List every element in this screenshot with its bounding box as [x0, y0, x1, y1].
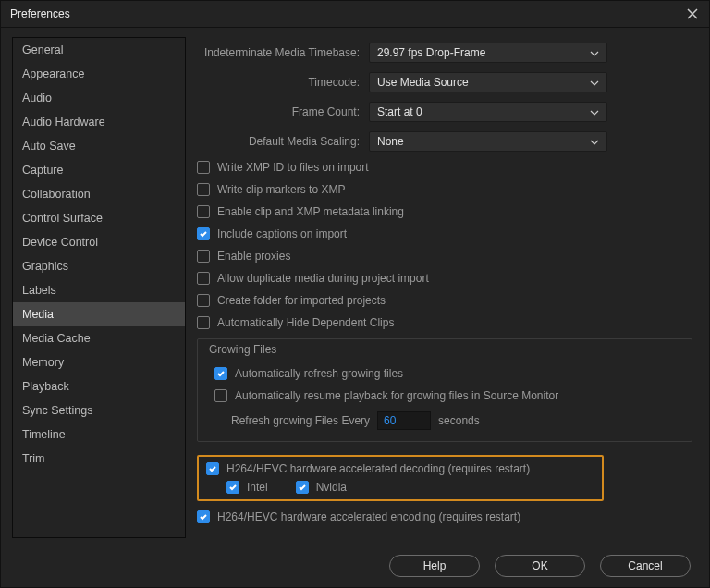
hw-encode-checkbox[interactable]	[197, 510, 210, 523]
close-button[interactable]	[685, 6, 700, 21]
timecode-dropdown[interactable]: Use Media Source	[369, 72, 607, 92]
settings-panel: Indeterminate Media Timebase: 29.97 fps …	[197, 37, 698, 538]
xmp-id-label: Write XMP ID to files on import	[217, 161, 369, 174]
sidebar-item-control-surface[interactable]: Control Surface	[13, 206, 185, 230]
hide-dependent-label: Automatically Hide Dependent Clips	[217, 316, 394, 329]
sidebar-item-graphics[interactable]: Graphics	[13, 254, 185, 278]
scaling-label: Default Media Scaling:	[197, 135, 360, 148]
timecode-label: Timecode:	[197, 76, 360, 89]
refresh-interval-input[interactable]	[377, 411, 431, 430]
timecode-value: Use Media Source	[377, 76, 469, 89]
titlebar: Preferences	[1, 1, 709, 28]
create-folder-label: Create folder for imported projects	[217, 294, 386, 307]
sidebar-item-memory[interactable]: Memory	[13, 350, 185, 374]
proxies-checkbox[interactable]	[197, 250, 210, 263]
xmp-id-checkbox[interactable]	[197, 161, 210, 174]
timebase-dropdown[interactable]: 29.97 fps Drop-Frame	[369, 43, 607, 63]
sidebar-item-audio[interactable]: Audio	[13, 86, 185, 110]
chevron-down-icon	[590, 76, 599, 89]
sidebar-item-general[interactable]: General	[13, 38, 185, 62]
enable-link-label: Enable clip and XMP metadata linking	[217, 205, 404, 218]
ok-button[interactable]: OK	[495, 555, 585, 577]
dialog-footer: Help OK Cancel	[1, 545, 709, 588]
clip-markers-label: Write clip markers to XMP	[217, 183, 345, 196]
cancel-button[interactable]: Cancel	[600, 555, 691, 577]
framecount-value: Start at 0	[377, 105, 422, 118]
chevron-down-icon	[590, 135, 599, 148]
intel-checkbox[interactable]	[226, 481, 239, 494]
auto-refresh-checkbox[interactable]	[214, 367, 227, 380]
captions-checkbox[interactable]	[197, 227, 210, 240]
duplicate-label: Allow duplicate media during project imp…	[217, 272, 429, 285]
sidebar-item-capture[interactable]: Capture	[13, 158, 185, 182]
hw-encode-label: H264/HEVC hardware accelerated encoding …	[217, 510, 520, 523]
window-title: Preferences	[10, 7, 70, 20]
sidebar-item-collaboration[interactable]: Collaboration	[13, 182, 185, 206]
auto-refresh-label: Automatically refresh growing files	[235, 367, 403, 380]
sidebar-item-media-cache[interactable]: Media Cache	[13, 326, 185, 350]
hw-decode-checkbox[interactable]	[206, 462, 219, 475]
scaling-dropdown[interactable]: None	[369, 131, 607, 152]
auto-resume-label: Automatically resume playback for growin…	[235, 389, 558, 402]
duplicate-checkbox[interactable]	[197, 272, 210, 285]
sidebar-item-auto-save[interactable]: Auto Save	[13, 134, 185, 158]
sidebar-item-audio-hardware[interactable]: Audio Hardware	[13, 110, 185, 134]
captions-label: Include captions on import	[217, 227, 347, 240]
timebase-value: 29.97 fps Drop-Frame	[377, 46, 485, 59]
sidebar-item-timeline[interactable]: Timeline	[13, 423, 185, 447]
refresh-label-post: seconds	[438, 414, 480, 427]
sidebar-item-labels[interactable]: Labels	[13, 278, 185, 302]
chevron-down-icon	[590, 105, 599, 118]
growing-files-legend: Growing Files	[209, 343, 276, 356]
create-folder-checkbox[interactable]	[197, 294, 210, 307]
timebase-label: Indeterminate Media Timebase:	[197, 46, 360, 59]
dialog-body: GeneralAppearanceAudioAudio HardwareAuto…	[1, 28, 709, 545]
sidebar-item-playback[interactable]: Playback	[13, 374, 185, 398]
auto-resume-checkbox[interactable]	[214, 389, 227, 402]
scaling-value: None	[377, 135, 404, 148]
hw-decode-highlight: H264/HEVC hardware accelerated decoding …	[197, 455, 604, 501]
growing-files-group: Growing Files Automatically refresh grow…	[197, 338, 692, 442]
category-sidebar: GeneralAppearanceAudioAudio HardwareAuto…	[12, 37, 186, 538]
preferences-dialog: Preferences GeneralAppearanceAudioAudio …	[0, 0, 710, 588]
sidebar-item-sync-settings[interactable]: Sync Settings	[13, 398, 185, 423]
intel-label: Intel	[247, 481, 268, 494]
framecount-label: Frame Count:	[197, 105, 360, 118]
sidebar-item-appearance[interactable]: Appearance	[13, 62, 185, 86]
nvidia-checkbox[interactable]	[296, 481, 309, 494]
enable-link-checkbox[interactable]	[197, 205, 210, 218]
hide-dependent-checkbox[interactable]	[197, 316, 210, 329]
sidebar-item-device-control[interactable]: Device Control	[13, 230, 185, 254]
sidebar-item-trim[interactable]: Trim	[13, 447, 185, 471]
chevron-down-icon	[590, 46, 599, 59]
framecount-dropdown[interactable]: Start at 0	[369, 102, 607, 122]
help-button[interactable]: Help	[389, 555, 480, 577]
proxies-label: Enable proxies	[217, 250, 290, 263]
clip-markers-checkbox[interactable]	[197, 183, 210, 196]
sidebar-item-media[interactable]: Media	[13, 302, 185, 326]
nvidia-label: Nvidia	[316, 481, 347, 494]
hw-decode-label: H264/HEVC hardware accelerated decoding …	[226, 462, 530, 475]
refresh-label-pre: Refresh growing Files Every	[231, 414, 370, 427]
